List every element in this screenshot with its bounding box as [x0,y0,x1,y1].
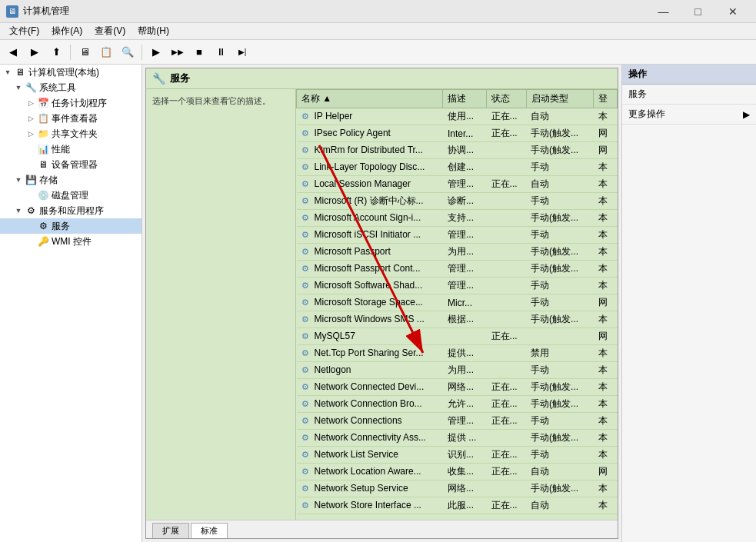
table-row[interactable]: ⚙Network List Service识别...正在...手动本 [297,447,618,464]
table-row[interactable]: ⚙IP Helper使用...正在...自动本 [297,108,618,125]
toolbar-pause[interactable]: ⏸ [211,43,231,62]
table-row[interactable]: ⚙KtmRm for Distributed Tr...协调...手动(触发..… [297,142,618,159]
tree-performance[interactable]: 📊 性能 [0,141,142,157]
table-row[interactable]: ⚙Microsoft Storage Space...Micr...手动网 [297,294,618,311]
tree-wmi[interactable]: 🔑 WMI 控件 [0,234,142,249]
service-desc: Micr... [443,294,487,311]
tree-disk-management[interactable]: 💿 磁盘管理 [0,188,142,203]
tree-services-apps[interactable]: ▼ ⚙ 服务和应用程序 [0,203,142,218]
event-icon: 📋 [37,112,49,125]
service-login: 本 [594,210,618,227]
col-name[interactable]: 名称 ▲ [297,90,443,108]
table-row[interactable]: ⚙Network Store Interface ...此服...正在...自动… [297,497,618,514]
tree-services[interactable]: ⚙ 服务 [0,218,142,234]
table-row[interactable]: ⚙Netlogon为用...手动本 [297,362,618,379]
table-row[interactable]: ⚙Microsoft Account Sign-i...支持...手动(触发..… [297,210,618,227]
minimize-button[interactable]: — [646,0,681,23]
service-name: ⚙Network List Service [297,447,443,464]
tree-task-scheduler[interactable]: ▷ 📅 任务计划程序 [0,95,142,111]
service-desc: 管理... [443,413,487,430]
tree-device-manager[interactable]: 🖥 设备管理器 [0,157,142,172]
table-row[interactable]: ⚙Microsoft Passport Cont...管理...手动(触发...… [297,261,618,278]
table-row[interactable]: ⚙Microsoft iSCSI Initiator ...管理...手动本 [297,227,618,244]
menu-action[interactable]: 操作(A) [45,23,88,39]
service-status: 正在... [487,396,526,413]
service-name: ⚙Network Connection Bro... [297,396,443,413]
table-row[interactable]: ⚙Microsoft Software Shad...管理...手动本 [297,278,618,294]
action-services[interactable]: 服务 [622,85,756,105]
service-desc: 收集... [443,464,487,480]
service-status: 正在... [487,108,526,125]
expand-icon [25,235,37,248]
table-row[interactable]: ⚙Network Connections管理...正在...手动本 [297,413,618,430]
tab-standard[interactable]: 标准 [191,523,228,538]
service-name: ⚙IP Helper [297,108,443,125]
table-row[interactable]: ⚙Local Session Manager管理...正在...自动本 [297,176,618,193]
toolbar-restart[interactable]: ▶| [232,43,252,62]
service-startup: 手动(触发... [526,396,594,413]
toolbar-properties[interactable]: 🔍 [118,43,138,62]
action-more[interactable]: 更多操作 ▶ [622,105,756,125]
service-startup: 手动(触发... [526,379,594,396]
service-startup: 手动 [526,447,594,464]
expand-icon: ▷ [25,112,37,125]
service-login: 本 [594,497,618,514]
table-row[interactable]: ⚙Network Location Aware...收集...正在...自动网 [297,464,618,480]
menu-view[interactable]: 查看(V) [88,23,132,39]
table-row[interactable]: ⚙Network Connection Bro...允许...正在...手动(触… [297,396,618,413]
col-desc[interactable]: 描述 [443,90,487,108]
col-status[interactable]: 状态 [487,90,526,108]
toolbar: ◀ ▶ ⬆ 🖥 📋 🔍 ▶ ▶▶ ■ ⏸ ▶| [0,40,756,65]
tab-expand[interactable]: 扩展 [152,523,189,538]
table-row[interactable]: ⚙Microsoft Windows SMS ...根据...手动(触发...本 [297,311,618,328]
toolbar-start-all[interactable]: ▶▶ [168,43,188,62]
menu-file[interactable]: 文件(F) [3,23,45,39]
service-desc: Inter... [443,125,487,142]
tree-device-manager-label: 设备管理器 [52,158,98,171]
close-button[interactable]: ✕ [715,0,750,23]
table-row[interactable]: ⚙Link-Layer Topology Disc...创建...手动本 [297,159,618,176]
services-table-area[interactable]: 名称 ▲ 描述 状态 启动类型 登 ⚙IP Helper使用...正在...自动… [296,89,618,520]
toolbar-stop[interactable]: ■ [189,43,209,62]
service-desc [443,328,487,345]
service-status: 正在... [487,447,526,464]
menu-help[interactable]: 帮助(H) [132,23,175,39]
service-name: ⚙Netlogon [297,362,443,379]
tree-storage[interactable]: ▼ 💾 存储 [0,172,142,188]
service-status [487,193,526,210]
table-row[interactable]: ⚙Network Connectivity Ass...提供 ...手动(触发.… [297,430,618,447]
toolbar-show-hide[interactable]: 🖥 [75,43,95,62]
service-status [487,227,526,244]
table-row[interactable]: ⚙Network Setup Service网络...手动(触发...本 [297,480,618,497]
col-startup[interactable]: 启动类型 [526,90,594,108]
toolbar-forward[interactable]: ▶ [25,43,45,62]
toolbar-up[interactable]: ⬆ [46,43,66,62]
table-row[interactable]: ⚙Microsoft (R) 诊断中心标...诊断...手动本 [297,193,618,210]
table-row[interactable]: ⚙Microsoft Passport为用...手动(触发...本 [297,244,618,261]
services-icon: ⚙ [37,220,49,232]
toolbar-start[interactable]: ▶ [146,43,166,62]
tree-event-viewer[interactable]: ▷ 📋 事件查看器 [0,111,142,126]
service-status [487,159,526,176]
col-login[interactable]: 登 [594,90,618,108]
toolbar-export[interactable]: 📋 [96,43,116,62]
service-desc: 管理... [443,176,487,193]
table-row[interactable]: ⚙IPsec Policy AgentInter...正在...手动(触发...… [297,125,618,142]
service-name: ⚙Microsoft Software Shad... [297,278,443,294]
tree-shared-folders[interactable]: ▷ 📁 共享文件夹 [0,126,142,141]
main-layout: ▼ 🖥 计算机管理(本地) ▼ 🔧 系统工具 ▷ 📅 任务计划程序 ▷ 📋 事件… [0,65,756,542]
folder-icon: 📁 [37,128,49,140]
service-desc: 为用... [443,244,487,261]
service-name: ⚙Network Connections [297,413,443,430]
toolbar-back[interactable]: ◀ [3,43,23,62]
tree-system-tools[interactable]: ▼ 🔧 系统工具 [0,80,142,95]
service-desc: 根据... [443,311,487,328]
maximize-button[interactable]: □ [681,0,715,23]
tree-root[interactable]: ▼ 🖥 计算机管理(本地) [0,65,142,80]
action-services-label: 服务 [628,88,647,101]
service-status [487,345,526,362]
service-login: 本 [594,413,618,430]
table-row[interactable]: ⚙Net.Tcp Port Sharing Ser...提供...禁用本 [297,345,618,362]
table-row[interactable]: ⚙Network Connected Devi...网络...正在...手动(触… [297,379,618,396]
table-row[interactable]: ⚙MySQL57正在...网 [297,328,618,345]
